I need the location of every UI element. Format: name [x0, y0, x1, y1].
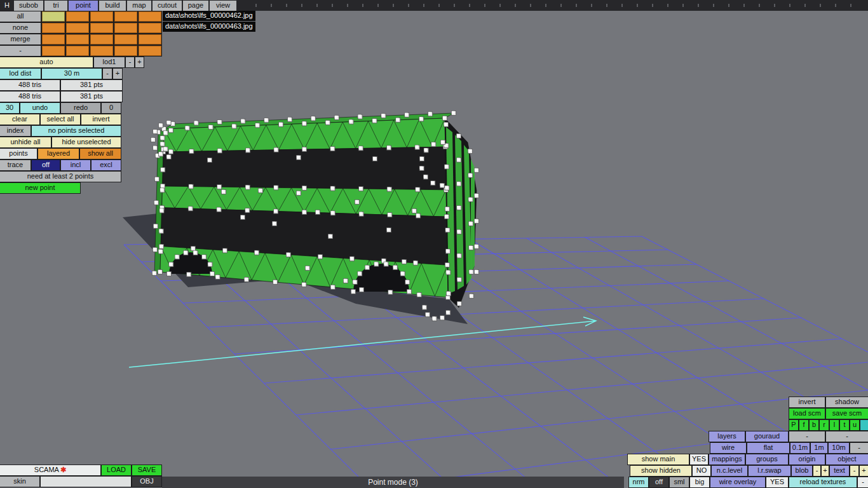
show-main-label[interactable]: show main [628, 454, 689, 464]
menu-map[interactable]: map [127, 1, 151, 11]
text-minus-button[interactable]: - [850, 466, 858, 476]
menu-view[interactable]: view [210, 1, 236, 11]
option-minus-1-button[interactable]: - [789, 431, 825, 442]
merge-button[interactable]: merge [0, 34, 41, 44]
undo-button[interactable]: undo [20, 103, 60, 113]
view-b-button[interactable]: b [810, 420, 818, 430]
trace-off-button[interactable]: off [32, 160, 60, 170]
select-none-button[interactable]: none [0, 23, 41, 33]
show-hidden-toggle[interactable]: NO [693, 466, 710, 476]
trace-label[interactable]: trace [0, 160, 31, 170]
layered-button[interactable]: layered [38, 149, 79, 159]
palette-swatch[interactable] [114, 23, 137, 33]
show-main-toggle[interactable]: YES [690, 454, 708, 464]
blob-plus-button[interactable]: + [822, 466, 829, 476]
trace-incl-button[interactable]: incl [61, 160, 90, 170]
new-point-button[interactable]: new point [0, 183, 80, 193]
shadow-button[interactable]: shadow [826, 397, 868, 407]
menu-h[interactable]: H [1, 1, 13, 11]
gouraud-button[interactable]: gouraud [746, 431, 788, 442]
lod-auto-button[interactable]: auto [0, 57, 93, 67]
save-scm-button[interactable]: save scm [826, 409, 868, 419]
misc-minus-button[interactable]: - [858, 477, 868, 487]
grid-1m-button[interactable]: 1m [811, 443, 827, 453]
view-l-button[interactable]: l [830, 420, 839, 430]
color-swatch-button[interactable] [860, 420, 868, 430]
wire-button[interactable]: wire [710, 443, 746, 453]
palette-swatch[interactable] [66, 23, 89, 33]
view-r-button[interactable]: r [820, 420, 829, 430]
menu-point[interactable]: point [69, 1, 98, 11]
wire-overlay-button[interactable]: wire overlay [710, 477, 765, 487]
hide-unselected-button[interactable]: hide unselected [52, 137, 121, 147]
option-minus-2-button[interactable]: - [826, 431, 868, 442]
palette-swatch[interactable] [90, 34, 113, 44]
grid-10m-button[interactable]: 10m [829, 443, 849, 453]
select-all-subob-button[interactable]: all [0, 11, 41, 22]
lod-plus-button[interactable]: + [135, 57, 144, 67]
palette-swatch[interactable] [42, 46, 65, 56]
view-u-button[interactable]: u [850, 420, 859, 430]
palette-swatch[interactable] [90, 23, 113, 33]
nrm-sml-button[interactable]: sml [670, 477, 689, 487]
lod1-button[interactable]: lod1 [94, 57, 125, 67]
origin-button[interactable]: origin [789, 454, 825, 464]
clear-button[interactable]: clear [0, 114, 39, 125]
nrm-big-button[interactable]: big [690, 477, 709, 487]
palette-swatch[interactable] [42, 11, 65, 22]
palette-swatch[interactable] [139, 34, 161, 44]
skin-name-field[interactable] [41, 477, 131, 487]
subob-minus-button[interactable]: - [0, 46, 41, 56]
layers-button[interactable]: layers [709, 431, 745, 442]
view-t-button[interactable]: t [840, 420, 849, 430]
palette-swatch[interactable] [139, 11, 161, 22]
nrm-off-button[interactable]: off [649, 477, 668, 487]
menu-page[interactable]: page [183, 1, 208, 11]
points-mode-button[interactable]: points [0, 149, 37, 159]
flat-button[interactable]: flat [747, 443, 789, 453]
text-button[interactable]: text [830, 466, 849, 476]
grid-off-button[interactable]: - [850, 443, 868, 453]
skin-button[interactable]: skin [0, 477, 39, 487]
index-button[interactable]: index [0, 126, 31, 136]
mappings-button[interactable]: mappings [709, 454, 745, 464]
wire-overlay-toggle[interactable]: YES [766, 477, 788, 487]
nrm-button[interactable]: nrm [629, 477, 648, 487]
save-button[interactable]: SAVE [132, 465, 161, 475]
shot-file-2[interactable]: data\shots\lfs_00000463.jpg [163, 22, 255, 32]
menu-tri[interactable]: tri [44, 1, 67, 11]
object-button[interactable]: object [826, 454, 868, 464]
invert-button[interactable]: invert [789, 397, 825, 407]
menu-build[interactable]: build [99, 1, 126, 11]
palette-swatch[interactable] [114, 11, 137, 22]
palette-swatch[interactable] [66, 11, 89, 22]
palette-swatch[interactable] [139, 46, 161, 56]
palette-swatch[interactable] [139, 23, 161, 33]
lr-swap-button[interactable]: l.r.swap [749, 466, 790, 476]
palette-swatch[interactable] [114, 34, 137, 44]
trace-excl-button[interactable]: excl [92, 160, 121, 170]
lod-dist-value[interactable]: 30 m [42, 69, 102, 79]
unhide-all-button[interactable]: unhide all [0, 137, 51, 147]
menu-cutout[interactable]: cutout [153, 1, 182, 11]
palette-swatch[interactable] [90, 11, 113, 22]
load-scm-button[interactable]: load scm [789, 409, 825, 419]
redo-button[interactable]: redo [61, 103, 100, 113]
obj-button[interactable]: OBJ [132, 477, 161, 487]
reload-textures-button[interactable]: reload textures [789, 477, 857, 487]
palette-swatch[interactable] [66, 34, 89, 44]
menu-subob[interactable]: subob [14, 1, 43, 11]
groups-button[interactable]: groups [746, 454, 788, 464]
palette-swatch[interactable] [42, 23, 65, 33]
lod-dist-plus-button[interactable]: + [113, 69, 122, 79]
lod-minus-button[interactable]: - [126, 57, 134, 67]
view-f-button[interactable]: f [799, 420, 808, 430]
text-plus-button[interactable]: + [860, 466, 868, 476]
show-all-button[interactable]: show all [80, 149, 121, 159]
palette-swatch[interactable] [66, 46, 89, 56]
view-p-button[interactable]: P [789, 420, 798, 430]
palette-swatch[interactable] [42, 34, 65, 44]
load-button[interactable]: LOAD [102, 465, 131, 475]
select-all-points-button[interactable]: select all [41, 114, 80, 125]
shot-file-1[interactable]: data\shots\lfs_00000462.jpg [163, 11, 255, 21]
